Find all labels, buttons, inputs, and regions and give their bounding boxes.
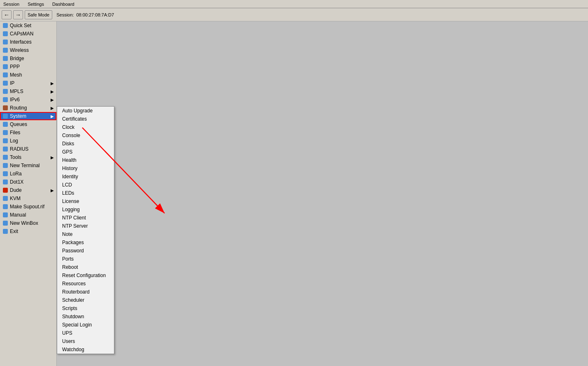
ip-arrow-icon: ▶ — [51, 81, 54, 86]
sidebar-item-ppp[interactable]: PPP — [0, 63, 56, 71]
interfaces-icon — [2, 39, 8, 45]
submenu-item-scripts[interactable]: Scripts — [57, 304, 114, 312]
sidebar-item-system[interactable]: System▶ — [0, 112, 56, 120]
sidebar-item-radius[interactable]: RADIUS — [0, 145, 56, 153]
sidebar-item-exit[interactable]: Exit — [0, 227, 56, 235]
sidebar-label-tools: Tools — [10, 154, 21, 160]
submenu-item-packages[interactable]: Packages — [57, 238, 114, 247]
submenu-item-history[interactable]: History — [57, 164, 114, 173]
wireless-icon — [2, 47, 8, 53]
capsман-icon — [2, 31, 8, 37]
sidebar-label-capsман: CAPsMAN — [10, 31, 33, 37]
sidebar-item-new-winbox[interactable]: New WinBox — [0, 219, 56, 227]
sidebar-item-bridge[interactable]: Bridge — [0, 54, 56, 63]
submenu-item-reboot[interactable]: Reboot — [57, 263, 114, 271]
sidebar-item-capsман[interactable]: CAPsMAN — [0, 30, 56, 38]
sidebar-label-exit: Exit — [10, 228, 18, 234]
safe-mode-button[interactable]: Safe Mode — [25, 10, 52, 19]
title-bar: Session Settings Dashboard — [0, 0, 588, 8]
submenu-item-logging[interactable]: Logging — [57, 205, 114, 214]
submenu-item-disks[interactable]: Disks — [57, 140, 114, 148]
submenu-item-shutdown[interactable]: Shutdown — [57, 312, 114, 321]
sidebar-label-dot1x: Dot1X — [10, 179, 23, 185]
dude-icon — [2, 187, 8, 193]
submenu-item-ntp-server[interactable]: NTP Server — [57, 222, 114, 230]
submenu-item-routerboard[interactable]: Routerboard — [57, 288, 114, 296]
submenu-item-gps[interactable]: GPS — [57, 148, 114, 156]
sidebar-item-ip[interactable]: IP▶ — [0, 79, 56, 87]
submenu-item-license[interactable]: License — [57, 197, 114, 205]
new-winbox-icon — [2, 220, 8, 226]
sidebar-item-log[interactable]: Log — [0, 137, 56, 145]
queues-icon — [2, 121, 8, 127]
sidebar-item-routing[interactable]: Routing▶ — [0, 104, 56, 112]
submenu-item-auto-upgrade[interactable]: Auto Upgrade — [57, 107, 114, 115]
sidebar-label-mpls: MPLS — [10, 89, 23, 94]
submenu-item-leds[interactable]: LEDs — [57, 189, 114, 197]
sidebar-label-wireless: Wireless — [10, 47, 29, 53]
submenu-item-clock[interactable]: Clock — [57, 123, 114, 131]
sidebar-label-routing: Routing — [10, 105, 27, 111]
menu-dashboard[interactable]: Dashboard — [51, 1, 76, 7]
sidebar-label-ip: IP — [10, 80, 14, 86]
new-terminal-icon — [2, 163, 8, 168]
forward-button[interactable]: → — [13, 10, 23, 19]
ppp-icon — [2, 64, 8, 70]
sidebar-item-dude[interactable]: Dude▶ — [0, 186, 56, 194]
submenu-item-console[interactable]: Console — [57, 131, 114, 140]
submenu-item-lcd[interactable]: LCD — [57, 181, 114, 189]
sidebar-item-quick-set[interactable]: Quick Set — [0, 21, 56, 30]
sidebar-item-lora[interactable]: LoRa — [0, 170, 56, 178]
sidebar-label-mesh: Mesh — [10, 72, 22, 78]
submenu-item-resources[interactable]: Resources — [57, 280, 114, 288]
system-icon — [2, 113, 8, 119]
kvm-icon — [2, 196, 8, 201]
submenu-item-identity[interactable]: Identity — [57, 173, 114, 181]
sidebar-label-bridge: Bridge — [10, 56, 24, 61]
menu-bar: Session Settings Dashboard — [2, 1, 76, 7]
sidebar-item-mesh[interactable]: Mesh — [0, 71, 56, 79]
sidebar-label-new-winbox: New WinBox — [10, 220, 38, 226]
submenu-item-scheduler[interactable]: Scheduler — [57, 296, 114, 304]
sidebar-item-new-terminal[interactable]: New Terminal — [0, 161, 56, 170]
submenu-item-ports[interactable]: Ports — [57, 255, 114, 263]
dude-arrow-icon: ▶ — [51, 188, 54, 193]
submenu-item-health[interactable]: Health — [57, 156, 114, 164]
sidebar-label-lora: LoRa — [10, 171, 22, 177]
submenu-item-ups[interactable]: UPS — [57, 329, 114, 337]
back-button[interactable]: ← — [2, 10, 12, 19]
quick-set-icon — [2, 23, 8, 28]
radius-icon — [2, 146, 8, 152]
sidebar-item-manual[interactable]: Manual — [0, 211, 56, 219]
submenu-item-users[interactable]: Users — [57, 337, 114, 345]
sidebar-label-new-terminal: New Terminal — [10, 163, 40, 168]
sidebar-item-queues[interactable]: Queues — [0, 120, 56, 128]
menu-session[interactable]: Session — [2, 1, 21, 7]
sidebar-item-interfaces[interactable]: Interfaces — [0, 38, 56, 46]
menu-settings[interactable]: Settings — [26, 1, 46, 7]
sidebar-item-make-supout[interactable]: Make Supout.rif — [0, 203, 56, 211]
sidebar-label-ppp: PPP — [10, 64, 20, 70]
submenu-item-certificates[interactable]: Certificates — [57, 115, 114, 123]
sidebar-item-tools[interactable]: Tools▶ — [0, 153, 56, 161]
submenu-item-note[interactable]: Note — [57, 230, 114, 238]
ipv6-arrow-icon: ▶ — [51, 98, 54, 102]
sidebar-item-kvm[interactable]: KVM — [0, 194, 56, 203]
submenu-item-watchdog[interactable]: Watchdog — [57, 345, 114, 354]
submenu-item-reset-configuration[interactable]: Reset Configuration — [57, 271, 114, 280]
submenu-item-password[interactable]: Password — [57, 247, 114, 255]
toolbar: ← → Safe Mode Session: 08:00:27:08:7A:D7 — [0, 8, 588, 21]
sidebar-item-ipv6[interactable]: IPv6▶ — [0, 96, 56, 104]
make-supout-icon — [2, 204, 8, 210]
ip-icon — [2, 80, 8, 86]
submenu-item-special-login[interactable]: Special Login — [57, 321, 114, 329]
mpls-arrow-icon: ▶ — [51, 89, 54, 94]
dot1x-icon — [2, 179, 8, 185]
sidebar-label-radius: RADIUS — [10, 146, 28, 152]
sidebar-item-dot1x[interactable]: Dot1X — [0, 178, 56, 186]
submenu-item-ntp-client[interactable]: NTP Client — [57, 214, 114, 222]
sidebar-item-wireless[interactable]: Wireless — [0, 46, 56, 54]
sidebar-item-mpls[interactable]: MPLS▶ — [0, 87, 56, 96]
sidebar-item-files[interactable]: Files — [0, 128, 56, 137]
bridge-icon — [2, 56, 8, 61]
